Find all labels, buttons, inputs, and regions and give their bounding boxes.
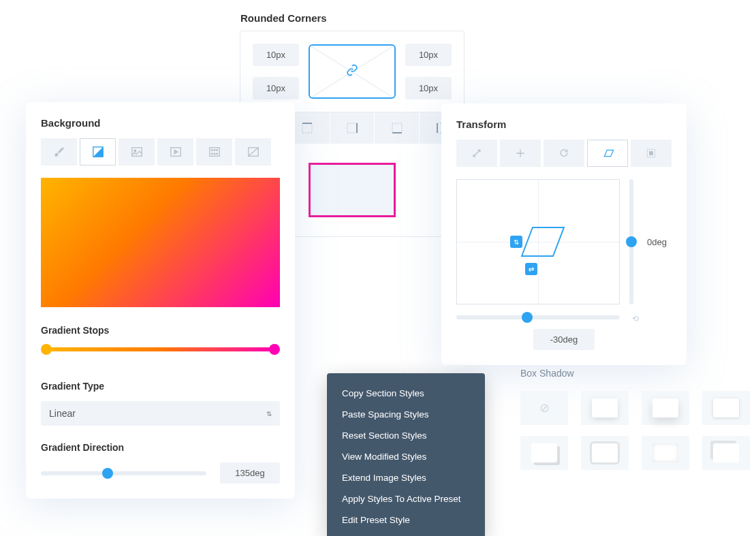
border-tab-right[interactable] — [330, 112, 375, 144]
transform-horizontal-slider[interactable]: ⟲ — [456, 315, 620, 319]
ctx-reset-section-styles[interactable]: Reset Section Styles — [327, 425, 485, 446]
transform-horizontal-value[interactable]: -30deg — [533, 329, 595, 350]
transform-tab-move[interactable] — [500, 140, 541, 167]
transform-tab-skew[interactable] — [587, 140, 628, 167]
svg-point-17 — [211, 153, 212, 155]
transform-horizontal-thumb[interactable] — [522, 312, 533, 323]
gradient-direction-slider[interactable] — [41, 471, 206, 475]
bg-tab-image[interactable] — [119, 138, 155, 165]
transform-tab-scale[interactable] — [456, 140, 497, 167]
transform-title: Transform — [456, 119, 672, 130]
select-caret-icon: ⇅ — [266, 410, 272, 417]
bg-tab-mask[interactable] — [235, 138, 271, 165]
corner-input-bl[interactable]: 10px — [253, 77, 299, 99]
svg-rect-22 — [650, 152, 653, 155]
gradient-type-select[interactable]: Linear — [41, 401, 280, 426]
ctx-copy-section-styles[interactable]: Copy Section Styles — [327, 383, 485, 404]
bg-tab-video[interactable] — [157, 138, 193, 165]
ctx-edit-preset-style[interactable]: Edit Preset Style — [327, 509, 485, 531]
background-title: Background — [41, 117, 280, 129]
svg-point-16 — [216, 149, 217, 151]
gradient-preview[interactable] — [41, 178, 280, 307]
gradient-direction-thumb[interactable] — [102, 468, 113, 479]
gradient-stops-label: Gradient Stops — [41, 325, 280, 336]
bg-tab-pattern[interactable] — [196, 138, 232, 165]
gradient-stop-start[interactable] — [41, 344, 52, 355]
vert-handle-icon[interactable]: ⇅ — [510, 236, 522, 248]
link-icon[interactable] — [346, 64, 358, 79]
gradient-stops-slider[interactable] — [41, 345, 280, 353]
box-shadow-option-6[interactable] — [642, 436, 689, 470]
svg-rect-1 — [302, 123, 312, 133]
transform-vertical-thumb[interactable] — [626, 236, 637, 247]
corner-input-tr[interactable]: 10px — [405, 44, 452, 66]
corner-preview — [309, 44, 396, 99]
svg-point-11 — [133, 150, 136, 152]
ctx-apply-styles-preset[interactable]: Apply Styles To Active Preset — [327, 488, 485, 509]
svg-point-15 — [214, 149, 215, 151]
transform-canvas[interactable]: ⇅ ⇄ — [456, 179, 620, 304]
box-shadow-none[interactable]: ⊘ — [520, 391, 568, 425]
box-shadow-option-3[interactable] — [702, 391, 750, 425]
ctx-view-modified-styles[interactable]: View Modified Styles — [327, 446, 485, 467]
corner-input-tl[interactable]: 10px — [253, 44, 299, 66]
gradient-type-label: Gradient Type — [41, 381, 280, 392]
box-shadow-panel: Box Shadow ⊘ — [520, 368, 752, 470]
box-shadow-option-4[interactable] — [520, 436, 568, 470]
svg-rect-3 — [347, 123, 357, 133]
background-type-tabs — [41, 138, 280, 165]
none-icon: ⊘ — [539, 400, 550, 415]
svg-rect-5 — [392, 123, 402, 133]
transform-panel: Transform ⇅ ⇄ 0deg ⟲ -30deg — [441, 104, 687, 365]
ctx-extend-image-styles[interactable]: Extend Image Styles — [327, 467, 485, 488]
gradient-direction-label: Gradient Direction — [41, 442, 280, 453]
gradient-stop-end[interactable] — [269, 344, 280, 355]
ctx-paste-spacing-styles[interactable]: Paste Spacing Styles — [327, 404, 485, 425]
box-shadow-option-7[interactable] — [702, 436, 750, 470]
transform-tab-origin[interactable] — [631, 140, 672, 167]
box-shadow-title: Box Shadow — [520, 368, 752, 379]
svg-point-14 — [211, 149, 212, 151]
svg-point-19 — [216, 153, 217, 155]
gradient-direction-value[interactable]: 135deg — [220, 462, 280, 484]
box-shadow-option-2[interactable] — [642, 391, 689, 425]
bg-tab-fill[interactable] — [41, 138, 77, 165]
transform-vertical-value[interactable]: 0deg — [647, 237, 667, 247]
bg-tab-gradient[interactable] — [80, 138, 116, 165]
horiz-handle-icon[interactable]: ⇄ — [525, 263, 537, 275]
background-panel: Background Gradient Stops Gradient Type … — [26, 102, 295, 499]
corner-input-br[interactable]: 10px — [405, 77, 452, 99]
reset-icon[interactable]: ⟲ — [632, 314, 639, 324]
transform-vertical-slider[interactable] — [629, 179, 633, 304]
transform-tabs — [456, 140, 672, 167]
border-tab-bottom[interactable] — [375, 112, 420, 144]
box-shadow-option-5[interactable] — [581, 436, 629, 470]
svg-point-18 — [214, 153, 215, 155]
context-menu: Copy Section Styles Paste Spacing Styles… — [327, 373, 485, 536]
svg-rect-13 — [209, 148, 219, 157]
transform-tab-rotate[interactable] — [544, 140, 584, 167]
box-shadow-option-1[interactable] — [581, 391, 629, 425]
border-color-preview[interactable] — [309, 163, 396, 217]
